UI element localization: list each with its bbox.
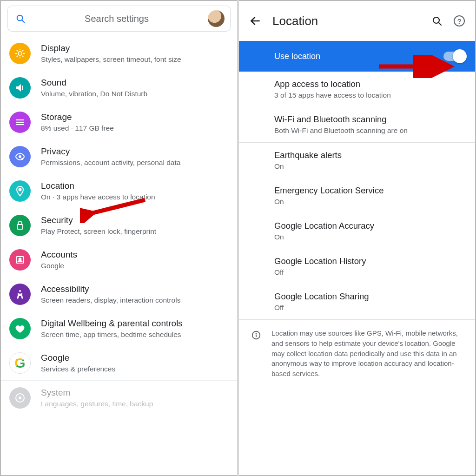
- search-placeholder: Search settings: [26, 13, 208, 24]
- location-row-accuracy[interactable]: Google Location Accuracy On: [239, 213, 475, 249]
- location-row-app-access[interactable]: App access to location 3 of 15 apps have…: [239, 72, 475, 107]
- settings-row-subtitle: Styles, wallpapers, screen timeout, font…: [41, 55, 228, 64]
- row-subtitle: Off: [274, 304, 465, 312]
- settings-row-subtitle: On · 3 apps have access to location: [41, 192, 228, 201]
- settings-row-title: Privacy: [41, 146, 228, 157]
- svg-point-2: [18, 52, 22, 55]
- display-icon: [9, 43, 31, 64]
- svg-point-11: [19, 258, 21, 260]
- settings-row-display[interactable]: Display Styles, wallpapers, screen timeo…: [1, 36, 237, 71]
- settings-row-wellbeing[interactable]: Digital Wellbeing & parental controls Sc…: [1, 311, 237, 346]
- location-row-els[interactable]: Emergency Location Service On: [239, 178, 475, 213]
- use-location-row[interactable]: Use location: [239, 41, 475, 72]
- footnote-text: Location may use sources like GPS, Wi-Fi…: [271, 328, 465, 379]
- settings-row-subtitle: 8% used · 117 GB free: [41, 124, 228, 132]
- svg-point-12: [19, 290, 21, 292]
- search-settings-bar[interactable]: Search settings: [7, 6, 231, 32]
- svg-point-7: [21, 158, 23, 160]
- accounts-icon: [9, 249, 31, 271]
- settings-row-accessibility[interactable]: Accessibility Screen readers, display, i…: [1, 277, 237, 311]
- page-title: Location: [272, 14, 412, 28]
- svg-point-13: [19, 397, 21, 399]
- settings-row-google[interactable]: G Google Services & preferences: [1, 346, 237, 380]
- use-location-label: Use location: [274, 52, 320, 61]
- settings-row-location[interactable]: Location On · 3 apps have access to loca…: [1, 174, 237, 208]
- row-title: Earthquake alerts: [274, 150, 465, 160]
- help-icon[interactable]: ?: [454, 15, 465, 26]
- svg-point-18: [256, 333, 257, 334]
- accessibility-icon: [9, 284, 31, 305]
- settings-row-accounts[interactable]: Accounts Google: [1, 243, 237, 277]
- settings-row-title: Display: [41, 43, 228, 54]
- settings-row-subtitle: Services & preferences: [41, 364, 228, 373]
- profile-avatar[interactable]: [208, 10, 225, 27]
- row-subtitle: On: [274, 198, 465, 206]
- settings-row-title: Accessibility: [41, 284, 228, 295]
- settings-row-title: Security: [41, 215, 228, 226]
- row-title: Emergency Location Service: [274, 185, 465, 196]
- settings-row-title: System: [41, 388, 228, 398]
- settings-row-title: Digital Wellbeing & parental controls: [41, 318, 228, 329]
- settings-row-title: Google: [41, 353, 228, 364]
- row-subtitle: 3 of 15 apps have access to location: [274, 91, 465, 99]
- appbar: Location ?: [239, 1, 475, 41]
- settings-row-privacy[interactable]: Privacy Permissions, account activity, p…: [1, 139, 237, 174]
- location-icon: [9, 180, 31, 202]
- settings-list: Display Styles, wallpapers, screen timeo…: [1, 34, 237, 415]
- location-row-earthquake[interactable]: Earthquake alerts On: [239, 143, 475, 178]
- location-row-sharing[interactable]: Google Location Sharing Off: [239, 284, 475, 319]
- svg-point-6: [19, 155, 21, 158]
- settings-row-title: Storage: [41, 112, 228, 123]
- row-title: Google Location Accuracy: [274, 221, 465, 231]
- location-settings-screen: Location ? Use location App access to lo…: [238, 0, 476, 476]
- svg-line-1: [22, 20, 24, 22]
- svg-rect-9: [17, 225, 23, 229]
- system-icon: [9, 387, 31, 409]
- settings-row-subtitle: Languages, gestures, time, backup: [41, 399, 228, 408]
- wellbeing-icon: [9, 318, 31, 339]
- row-subtitle: Both Wi-Fi and Bluetooth scanning are on: [274, 126, 465, 135]
- location-footnote: Location may use sources like GPS, Wi-Fi…: [239, 320, 475, 389]
- google-icon: G: [9, 352, 31, 374]
- privacy-icon: [9, 146, 31, 167]
- row-subtitle: On: [274, 162, 465, 171]
- back-icon[interactable]: [249, 15, 261, 27]
- settings-main-screen: Search settings Display Styles, wallpape…: [0, 0, 238, 476]
- svg-rect-19: [256, 335, 257, 337]
- row-title: Wi-Fi and Bluetooth scanning: [274, 114, 465, 125]
- security-icon: [9, 215, 31, 236]
- location-row-history[interactable]: Google Location History Off: [239, 249, 475, 284]
- settings-row-title: Location: [41, 181, 228, 192]
- storage-icon: [9, 112, 31, 133]
- row-subtitle: On: [274, 233, 465, 241]
- settings-row-subtitle: Play Protect, screen lock, fingerprint: [41, 227, 228, 236]
- location-options: App access to location 3 of 15 apps have…: [239, 72, 475, 389]
- search-icon[interactable]: [431, 15, 443, 26]
- settings-row-sound[interactable]: Sound Volume, vibration, Do Not Disturb: [1, 71, 237, 105]
- settings-row-subtitle: Permissions, account activity, personal …: [41, 158, 228, 167]
- search-icon: [15, 13, 26, 24]
- row-subtitle: Off: [274, 268, 465, 277]
- svg-line-16: [439, 23, 442, 26]
- settings-row-title: Accounts: [41, 250, 228, 260]
- settings-row-subtitle: Screen time, app timers, bedtime schedul…: [41, 330, 228, 339]
- info-icon: [251, 330, 261, 340]
- settings-row-title: Sound: [41, 78, 228, 88]
- row-title: App access to location: [274, 79, 465, 89]
- settings-row-system[interactable]: System Languages, gestures, time, backup: [1, 381, 237, 415]
- location-row-scanning[interactable]: Wi-Fi and Bluetooth scanning Both Wi-Fi …: [239, 107, 475, 142]
- row-title: Google Location History: [274, 256, 465, 266]
- settings-row-subtitle: Google: [41, 261, 228, 270]
- use-location-toggle[interactable]: [443, 52, 466, 61]
- svg-point-8: [19, 189, 21, 191]
- row-title: Google Location Sharing: [274, 291, 465, 302]
- settings-row-storage[interactable]: Storage 8% used · 117 GB free: [1, 105, 237, 139]
- sound-icon: [9, 77, 31, 99]
- settings-row-security[interactable]: Security Play Protect, screen lock, fing…: [1, 208, 237, 243]
- fade-overlay: [2, 442, 236, 474]
- settings-row-subtitle: Screen readers, display, interaction con…: [41, 296, 228, 304]
- settings-row-subtitle: Volume, vibration, Do Not Disturb: [41, 89, 228, 98]
